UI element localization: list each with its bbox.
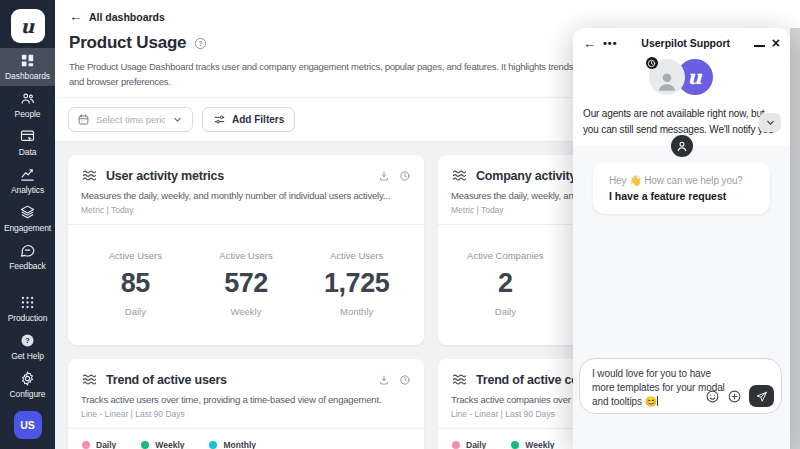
sidebar-label: Engagement (4, 223, 51, 233)
engagement-icon (19, 204, 36, 221)
time-period-placeholder: Select time period (96, 114, 165, 125)
logo-letter: u (21, 15, 35, 37)
user-avatar[interactable]: US (14, 411, 42, 439)
chat-header-section: ← ••• Userpilot Support × u Our agents a… (573, 28, 790, 146)
metric-waves-icon (451, 167, 468, 184)
refresh-time-icon[interactable] (399, 170, 411, 182)
card-meta: Line - Linear | Last 90 Days (81, 409, 411, 428)
metrics-row: Active Users 85 Daily Active Users 572 W… (68, 225, 424, 317)
sidebar-item-get-help[interactable]: ? Get Help (0, 328, 55, 366)
metric-period: Weekly (203, 306, 289, 317)
legend-label: Monthly (223, 440, 256, 449)
sidebar-label: Dashboards (5, 71, 50, 81)
legend-dot-monthly (209, 441, 217, 449)
metric-label: Active Users (92, 250, 178, 261)
status-line-1: Our agents are not available right now, … (583, 106, 780, 122)
dashboards-icon (19, 52, 36, 69)
legend-dot-weekly (141, 441, 149, 449)
svg-text:?: ? (199, 39, 203, 46)
legend-item-weekly[interactable]: Weekly (141, 440, 184, 449)
card-user-activity-metrics: User activity metrics Measures the daily… (68, 155, 424, 345)
chat-message-card: Hey 👋 How can we help you? I have a feat… (593, 162, 770, 214)
chart-legend: Daily Weekly Monthly (68, 429, 424, 449)
metric-daily-active-companies: Active Companies 2 Daily (462, 250, 548, 317)
back-arrow-icon: ← (69, 10, 82, 23)
card-title: Trend of active users (106, 373, 370, 387)
away-clock-icon (646, 57, 658, 69)
scrollbar-track[interactable] (790, 28, 800, 449)
metric-value: 1,725 (314, 268, 400, 299)
people-icon (19, 90, 36, 107)
legend-label: Weekly (155, 440, 184, 449)
sliders-icon (213, 113, 226, 126)
metric-monthly-active-users: Active Users 1,725 Monthly (314, 250, 400, 317)
legend-item-weekly[interactable]: Weekly (511, 440, 554, 449)
legend-item-daily[interactable]: Daily (452, 440, 486, 449)
bot-greeting: Hey 👋 How can we help you? (609, 175, 754, 186)
legend-label: Weekly (525, 440, 554, 449)
sidebar-item-data[interactable]: Data (0, 124, 55, 162)
sidebar-item-analytics[interactable]: Analytics (0, 162, 55, 200)
metric-period: Daily (92, 306, 178, 317)
sidebar-item-people[interactable]: People (0, 86, 55, 124)
card-description: Tracks active users over time, providing… (81, 394, 411, 405)
metric-waves-icon (81, 167, 98, 184)
chat-minimize-icon[interactable] (754, 45, 765, 47)
add-attachment-icon[interactable] (727, 389, 742, 404)
metric-value: 572 (203, 268, 289, 299)
card-trend-active-users: Trend of active users Tracks active user… (68, 359, 424, 449)
sidebar-item-engagement[interactable]: Engagement (0, 200, 55, 238)
sidebar-item-feedback[interactable]: Feedback (0, 238, 55, 276)
metric-label: Active Users (203, 250, 289, 261)
metric-waves-icon (451, 371, 468, 388)
bot-avatar (669, 133, 695, 159)
metric-daily-active-users: Active Users 85 Daily (92, 250, 178, 317)
sidebar-item-configure[interactable]: Configure (0, 366, 55, 404)
sidebar-label: Get Help (11, 351, 44, 361)
analytics-icon (19, 166, 36, 183)
data-icon (19, 128, 36, 145)
metric-weekly-active-users: Active Users 572 Weekly (203, 250, 289, 317)
sidebar-label: Analytics (11, 185, 44, 195)
userpilot-logo[interactable]: u (11, 9, 45, 43)
title-help-icon[interactable]: ? (194, 37, 207, 50)
chat-input-area: I would love for you to have more templa… (579, 358, 782, 414)
gear-icon (19, 370, 36, 387)
download-icon[interactable] (378, 374, 390, 386)
back-to-dashboards[interactable]: ← All dashboards (69, 10, 165, 23)
chat-back-icon[interactable]: ← (583, 37, 596, 50)
text-cursor (657, 396, 658, 406)
legend-dot-daily (82, 441, 90, 449)
calendar-icon (77, 113, 90, 126)
refresh-time-icon[interactable] (399, 374, 411, 386)
message-input[interactable]: I would love for you to have more templa… (579, 358, 782, 414)
metric-period: Monthly (314, 306, 400, 317)
production-icon (19, 294, 36, 311)
emoji-icon[interactable] (705, 389, 720, 404)
legend-item-monthly[interactable]: Monthly (209, 440, 256, 449)
metric-value: 85 (92, 268, 178, 299)
card-title: User activity metrics (106, 169, 370, 183)
chat-close-icon[interactable]: × (772, 36, 780, 50)
legend-item-daily[interactable]: Daily (82, 440, 116, 449)
download-icon[interactable] (378, 170, 390, 182)
chat-menu-icon[interactable]: ••• (603, 38, 618, 49)
add-filters-button[interactable]: Add Filters (202, 107, 295, 132)
metric-value: 2 (462, 268, 548, 299)
metric-waves-icon (81, 371, 98, 388)
agent-avatar (649, 59, 685, 95)
chat-widget: ← ••• Userpilot Support × u Our agents a… (573, 28, 790, 449)
user-reply[interactable]: I have a feature request (609, 190, 754, 202)
sidebar: u Dashboards People Data Analytics (0, 0, 55, 449)
status-collapse-button[interactable] (759, 113, 781, 132)
chat-title: Userpilot Support (625, 37, 747, 49)
send-button[interactable] (749, 385, 774, 407)
legend-label: Daily (96, 440, 116, 449)
card-meta: Metric | Today (81, 205, 411, 224)
sidebar-item-dashboards[interactable]: Dashboards (0, 48, 55, 86)
input-line-3: and tooltips 😊 (592, 396, 657, 407)
sidebar-label: Feedback (9, 261, 46, 271)
time-period-select[interactable]: Select time period (68, 107, 193, 132)
chat-conversation: Hey 👋 How can we help you? I have a feat… (573, 146, 790, 449)
sidebar-item-production[interactable]: Production (0, 290, 55, 328)
